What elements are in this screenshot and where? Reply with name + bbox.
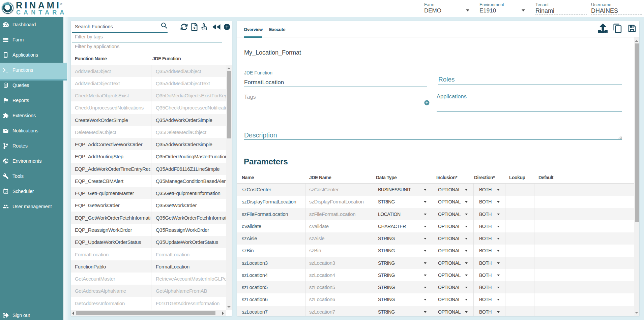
svg-text:x: x [193, 25, 196, 30]
